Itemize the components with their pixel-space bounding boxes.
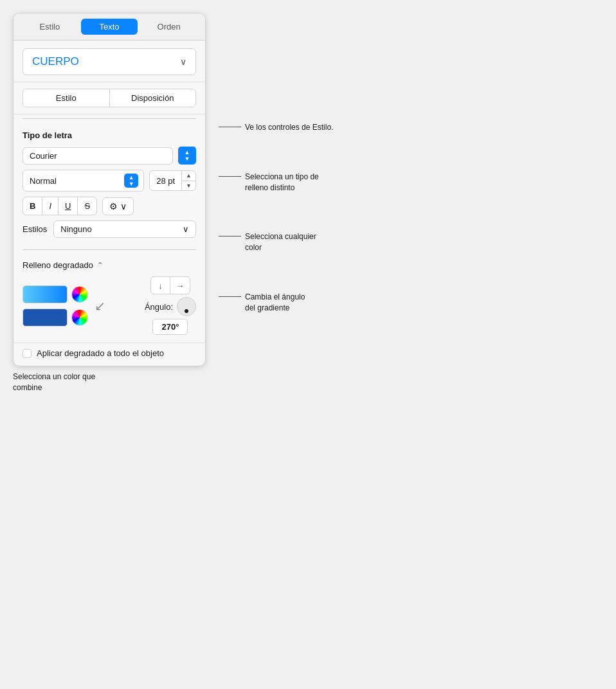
angle-dot-indicator	[185, 309, 188, 313]
tab-texto[interactable]: Texto	[81, 19, 138, 35]
font-section-title: Tipo de letra	[23, 130, 196, 140]
gear-chevron-icon: ∨	[120, 201, 127, 211]
italic-button[interactable]: I	[42, 197, 59, 215]
tab-bar: Estilo Texto Orden	[14, 13, 205, 40]
chevron-down-icon: ∨	[180, 57, 186, 67]
relleno-title: Relleno degradado	[23, 260, 93, 270]
annotation-ve-controles: Ve los controles de Estilo.	[219, 122, 334, 133]
strikethrough-button[interactable]: S	[78, 197, 96, 215]
apply-gradient-row: Aplicar degradado a todo el objeto	[14, 343, 205, 366]
gear-button[interactable]: ⚙ ∨	[102, 197, 134, 215]
tab-orden[interactable]: Orden	[140, 19, 197, 35]
annotation-text-selecciona-relleno: Selecciona un tipo de relleno distinto	[245, 172, 334, 193]
annotation-line-3	[219, 236, 241, 237]
style-dropdown-label: CUERPO	[32, 55, 79, 68]
style-dropdown[interactable]: CUERPO ∨	[23, 48, 196, 75]
estilos-select[interactable]: Ninguno ∨	[53, 220, 196, 238]
font-section: Tipo de letra Courier ▲ ▼	[14, 123, 205, 246]
angle-section: ↓ → Ángulo: 270°	[145, 276, 196, 335]
underline-button[interactable]: U	[59, 197, 78, 215]
apply-gradient-checkbox[interactable]	[23, 349, 32, 358]
font-name-row: Courier ▲ ▼	[23, 147, 196, 165]
sub-tabs-area: Estilo Disposición	[14, 82, 205, 114]
angle-value[interactable]: 270°	[152, 319, 188, 335]
color-wheel-button-1[interactable]	[71, 286, 88, 303]
font-size-control: 28 pt ▲ ▼	[149, 170, 196, 192]
font-size-up[interactable]: ▲	[182, 171, 195, 181]
relleno-section: Relleno degradado ⌃	[14, 254, 205, 343]
color-rows-with-angle: ↙ ↓ → Ángulo:	[23, 276, 196, 335]
sub-tab-disposicion[interactable]: Disposición	[110, 89, 196, 107]
angle-direction-buttons: ↓ →	[150, 276, 190, 294]
font-size-value: 28 pt	[150, 173, 181, 189]
angle-label: Ángulo:	[145, 302, 173, 312]
bold-button[interactable]: B	[23, 197, 42, 215]
style-dropdown-area: CUERPO ∨	[14, 40, 205, 82]
stepper-arrows-icon: ▲ ▼	[185, 150, 190, 162]
annotation-cambia-angulo: Cambia el ángulo del gradiente	[219, 292, 334, 314]
font-style-row: Normal ▲ ▼ 28 pt ▲	[23, 170, 196, 192]
format-group: B I U S	[23, 197, 97, 215]
annotation-selecciona-color: Selecciona cualquier color	[219, 231, 334, 253]
font-name-stepper[interactable]: ▲ ▼	[178, 147, 196, 165]
gradient-curve-icon: ↙	[95, 298, 105, 314]
font-style-stepper-icon: ▲ ▼	[129, 175, 134, 187]
font-style-select[interactable]: Normal ▲ ▼	[23, 170, 144, 192]
relleno-header: Relleno degradado ⌃	[23, 260, 196, 270]
angle-bottom: Ángulo:	[145, 297, 196, 316]
color-row-1	[23, 285, 88, 303]
font-name-select[interactable]: Courier	[23, 147, 173, 165]
font-style-stepper[interactable]: ▲ ▼	[124, 174, 138, 188]
annotation-selecciona-relleno: Selecciona un tipo de relleno distinto	[219, 172, 334, 193]
font-style-value: Normal	[30, 176, 57, 186]
sub-tab-estilo[interactable]: Estilo	[23, 89, 110, 107]
right-annotations: Ve los controles de Estilo. Selecciona u…	[219, 13, 334, 314]
angle-down-button[interactable]: ↓	[151, 277, 170, 294]
color-swatch-light[interactable]	[23, 285, 68, 303]
font-size-down[interactable]: ▼	[182, 181, 195, 191]
relleno-stepper-icon[interactable]: ⌃	[97, 261, 103, 269]
bottom-annotation-color-combine: Selecciona un color que combine	[13, 371, 116, 393]
annotation-line-1	[219, 127, 241, 127]
gear-icon: ⚙	[109, 201, 118, 211]
annotation-line-4	[219, 296, 241, 297]
annotation-text-ve-controles: Ve los controles de Estilo.	[245, 122, 333, 133]
estilos-chevron-icon: ∨	[183, 224, 189, 234]
annotation-line-2	[219, 176, 241, 177]
apply-gradient-label: Aplicar degradado a todo el objeto	[37, 348, 164, 358]
color-row-2	[23, 309, 88, 327]
annotation-text-selecciona-color: Selecciona cualquier color	[245, 231, 334, 253]
estilos-value: Ninguno	[60, 224, 91, 234]
color-swatches-column	[23, 285, 88, 327]
angle-right-button[interactable]: →	[170, 277, 190, 294]
tab-estilo[interactable]: Estilo	[21, 19, 78, 35]
color-swatch-dark[interactable]	[23, 309, 68, 327]
estilos-row: Estilos Ninguno ∨	[23, 220, 196, 238]
font-size-steppers: ▲ ▼	[181, 171, 195, 191]
color-wheel-button-2[interactable]	[71, 309, 88, 326]
estilos-label: Estilos	[23, 224, 47, 234]
font-name-value: Courier	[30, 151, 57, 161]
format-buttons-row: B I U S ⚙ ∨	[23, 197, 196, 215]
sub-tabs: Estilo Disposición	[23, 89, 196, 107]
angle-knob[interactable]	[177, 297, 196, 316]
annotation-text-cambia-angulo: Cambia el ángulo del gradiente	[245, 292, 305, 314]
